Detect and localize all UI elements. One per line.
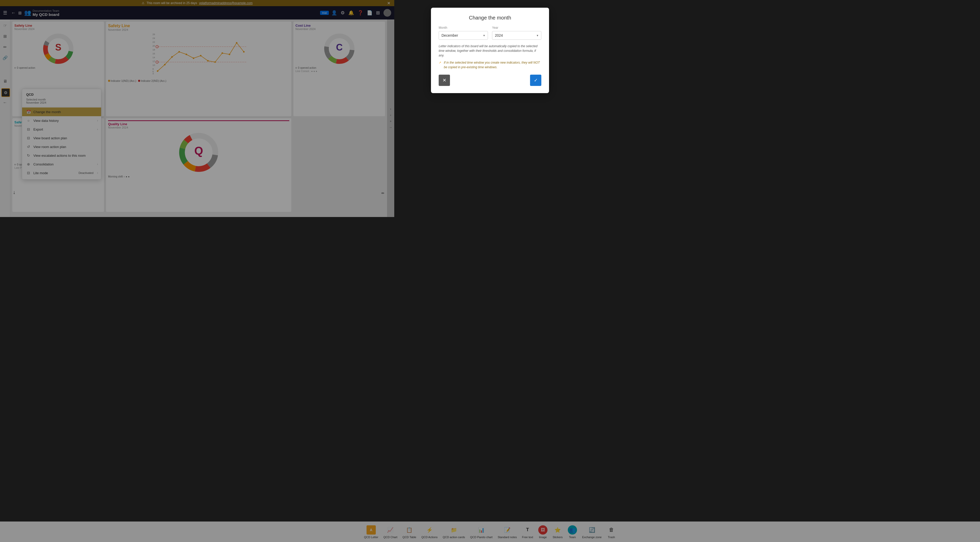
modal-overlay: Change the month Month January February … [0,0,394,218]
